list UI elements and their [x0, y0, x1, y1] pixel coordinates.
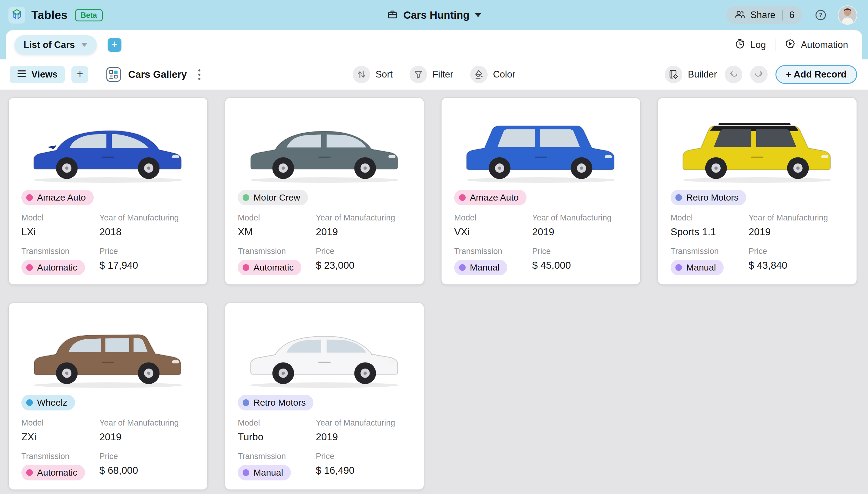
add-record-label: + Add Record	[786, 69, 847, 80]
undo-button[interactable]	[725, 66, 742, 83]
gallery-view-icon	[106, 66, 121, 82]
views-label: Views	[31, 69, 58, 80]
transmission-field-label: Transmission	[454, 247, 532, 256]
year-field-label: Year of Manufacturing	[749, 213, 844, 223]
price-field-label: Price	[749, 247, 844, 256]
transmission-label: Manual	[470, 262, 499, 273]
automation-gear-icon	[785, 38, 796, 52]
badge-dot	[26, 194, 33, 201]
color-button[interactable]: Color	[470, 66, 515, 83]
price-value: $ 23,000	[316, 260, 411, 271]
year-value: 2019	[99, 431, 195, 443]
model-value: XM	[238, 226, 316, 238]
transmission-badge: Manual	[454, 260, 507, 276]
year-field-label: Year of Manufacturing	[99, 418, 195, 428]
add-table-button[interactable]: +	[107, 38, 121, 52]
model-field-label: Model	[21, 418, 99, 428]
model-field-label: Model	[238, 418, 316, 428]
builder-label: Builder	[688, 69, 717, 80]
year-value: 2019	[532, 226, 628, 238]
share-count-badge: 6	[789, 10, 794, 20]
car-image	[441, 98, 640, 186]
record-card[interactable]: Amaze Auto Model LXi Year of Manufacturi…	[8, 97, 208, 285]
model-value: Sports 1.1	[671, 226, 749, 238]
tab-bar-wrap: List of Cars + Log	[0, 30, 868, 59]
brand-label: Wheelz	[37, 398, 67, 408]
badge-dot	[26, 399, 33, 406]
record-card[interactable]: Motor Crew Model XM Year of Manufacturin…	[224, 97, 425, 285]
price-value: $ 45,000	[532, 260, 628, 271]
briefcase-icon	[387, 9, 398, 21]
price-field-label: Price	[316, 452, 411, 461]
automation-button[interactable]: Automation	[785, 38, 848, 52]
color-label: Color	[493, 69, 515, 80]
builder-icon	[665, 66, 682, 83]
share-divider	[782, 10, 783, 20]
svg-text:?: ?	[819, 12, 822, 18]
brand-badge: Amaze Auto	[21, 190, 94, 205]
tab-chevron-icon	[81, 43, 88, 47]
price-value: $ 68,000	[99, 465, 195, 476]
view-toolbar: Views + Cars Gallery	[0, 59, 868, 90]
transmission-label: Manual	[686, 262, 716, 273]
toolbar-center: Sort Filter	[353, 66, 515, 83]
badge-dot	[675, 194, 682, 201]
badge-dot	[243, 469, 249, 476]
log-button[interactable]: Log	[734, 38, 766, 52]
brand-badge: Retro Motors	[238, 395, 313, 411]
year-value: 2018	[99, 226, 195, 238]
model-field-label: Model	[21, 213, 99, 223]
app-logo[interactable]	[8, 7, 25, 23]
builder-button[interactable]: Builder	[665, 66, 717, 83]
record-card[interactable]: Retro Motors Model Turbo Year of Manufac…	[224, 303, 425, 490]
filter-button[interactable]: Filter	[410, 66, 453, 83]
year-field-label: Year of Manufacturing	[99, 213, 195, 223]
badge-dot	[243, 399, 249, 406]
badge-dot	[675, 264, 682, 271]
filter-funnel-icon	[410, 66, 427, 83]
sort-label: Sort	[376, 69, 393, 80]
tab-label: List of Cars	[23, 39, 75, 50]
model-field-label: Model	[671, 213, 749, 223]
view-options-kebab[interactable]	[196, 67, 203, 82]
people-icon	[734, 10, 746, 21]
model-value: Turbo	[238, 431, 316, 443]
price-field-label: Price	[532, 247, 628, 256]
brand-label: Amaze Auto	[37, 192, 86, 203]
badge-dot	[26, 469, 33, 476]
year-field-label: Year of Manufacturing	[532, 213, 628, 223]
price-field-label: Price	[99, 452, 195, 461]
record-card[interactable]: Wheelz Model ZXi Year of Manufacturing 2…	[8, 303, 208, 490]
toolbar-right: Builder + Add Record	[665, 65, 857, 84]
brand-label: Motor Crew	[254, 192, 300, 203]
year-value: 2019	[316, 431, 411, 443]
views-button[interactable]: Views	[9, 66, 65, 83]
tab-list-of-cars[interactable]: List of Cars	[15, 35, 97, 55]
add-view-button[interactable]: +	[72, 66, 88, 83]
workspace-name: Cars Hunting	[403, 9, 470, 21]
add-record-button[interactable]: + Add Record	[775, 65, 857, 84]
car-image	[225, 98, 424, 186]
record-card[interactable]: Retro Motors Model Sports 1.1 Year of Ma…	[657, 97, 857, 285]
share-button[interactable]: Share 6	[726, 6, 802, 24]
brand-badge: Amaze Auto	[454, 190, 527, 205]
help-button[interactable]: ?	[814, 8, 828, 22]
transmission-label: Automatic	[37, 468, 77, 478]
brand-badge: Motor Crew	[238, 190, 308, 205]
sort-button[interactable]: Sort	[353, 66, 393, 83]
car-image	[9, 98, 208, 186]
log-label: Log	[750, 39, 766, 50]
car-image	[658, 98, 856, 186]
workspace-switcher[interactable]: Cars Hunting	[387, 9, 481, 21]
transmission-label: Automatic	[37, 262, 77, 273]
gallery-area: Amaze Auto Model LXi Year of Manufacturi…	[0, 90, 868, 494]
price-value: $ 16,490	[316, 465, 411, 476]
redo-button[interactable]	[750, 66, 768, 83]
price-value: $ 43,840	[749, 260, 844, 271]
record-card[interactable]: Amaze Auto Model VXi Year of Manufacturi…	[441, 97, 641, 285]
badge-dot	[26, 264, 33, 271]
transmission-label: Automatic	[254, 262, 294, 273]
year-field-label: Year of Manufacturing	[316, 213, 411, 223]
user-avatar[interactable]	[838, 5, 857, 25]
model-field-label: Model	[454, 213, 532, 223]
